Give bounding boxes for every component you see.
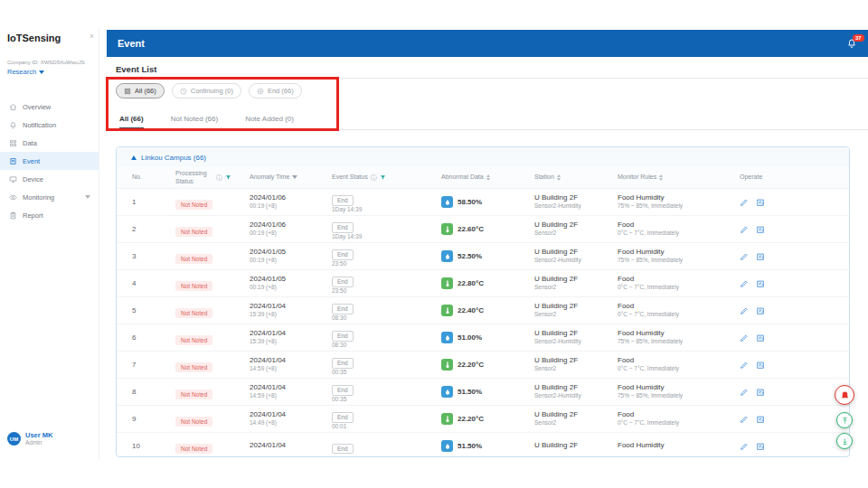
- event-duration: 23:50: [332, 287, 441, 295]
- divider: [107, 129, 868, 130]
- monitor-rule-name: Food Humidity: [618, 383, 740, 392]
- add-note-icon[interactable]: [756, 333, 765, 343]
- table-row[interactable]: 10 Not Noted 2024/01/04 End 51.50% U Bui…: [117, 433, 849, 457]
- anomaly-time: 00:19 (+8): [250, 257, 332, 264]
- sidebar-item-monitoring[interactable]: Monitoring: [0, 188, 99, 206]
- processing-status-badge: Not Noted: [175, 308, 212, 318]
- add-note-icon[interactable]: [756, 361, 765, 370]
- table-row[interactable]: 3 Not Noted 2024/01/05 00:19 (+8) End 23…: [117, 243, 849, 270]
- sidebar-close-icon[interactable]: ×: [90, 32, 94, 41]
- collapse-caret-icon[interactable]: [131, 155, 137, 160]
- edit-pencil-icon[interactable]: [740, 415, 749, 424]
- group-header[interactable]: Linkou Campus (66): [117, 147, 849, 167]
- monitor-rule-name: Food: [618, 221, 740, 230]
- station-name: U Building 2F: [534, 302, 618, 311]
- station-name: U Building 2F: [534, 275, 618, 284]
- sidebar-item-report[interactable]: Report: [0, 206, 99, 224]
- edit-pencil-icon[interactable]: [740, 279, 749, 288]
- table-header-row: No. Processing Status ⓘ Anomaly Time Eve…: [117, 167, 849, 189]
- table-row[interactable]: 1 Not Noted 2024/01/06 00:19 (+8) End 1D…: [117, 189, 849, 216]
- sidebar-item-label: Report: [23, 211, 43, 220]
- col-anomaly-time: Anomaly Time: [250, 174, 289, 181]
- sidebar-item-device[interactable]: Device: [0, 170, 99, 188]
- edit-pencil-icon[interactable]: [740, 442, 749, 451]
- sidebar-item-overview[interactable]: Overview: [0, 98, 99, 116]
- sort-caret-icon[interactable]: [292, 175, 297, 179]
- monitor-rule-name: Food: [618, 410, 740, 419]
- bell-icon: [9, 121, 17, 129]
- notification-bell-button[interactable]: 37: [846, 38, 857, 49]
- abnormal-value: 22.80°C: [458, 279, 484, 287]
- col-processing-status: Processing Status: [175, 170, 213, 184]
- abnormal-value-icon: [441, 413, 453, 425]
- edit-pencil-icon[interactable]: [740, 198, 749, 207]
- monitor-rule-detail: 0°C ~ 7°C, Immediately: [618, 284, 740, 291]
- scroll-to-top-button[interactable]: [836, 412, 853, 428]
- col-station: Station: [534, 174, 554, 181]
- table-row[interactable]: 7 Not Noted 2024/01/04 14:59 (+8) End 00…: [117, 352, 849, 379]
- sort-icon[interactable]: [557, 174, 561, 181]
- table-row[interactable]: 6 Not Noted 2024/01/04 15:39 (+8) End 08…: [117, 324, 849, 352]
- add-note-icon[interactable]: [756, 252, 765, 261]
- droplet-icon: [444, 443, 451, 450]
- tab-not-noted[interactable]: Not Noted (66): [171, 108, 218, 129]
- abnormal-value-icon: [441, 223, 453, 235]
- sidebar-item-label: Monitoring: [23, 193, 54, 202]
- sidebar-item-notification[interactable]: Notification: [0, 116, 99, 134]
- edit-pencil-icon[interactable]: [740, 306, 749, 315]
- anomaly-date: 2024/01/04: [250, 302, 332, 311]
- add-note-icon[interactable]: [756, 442, 765, 451]
- add-note-icon[interactable]: [756, 225, 765, 234]
- station-sensor: Sensor2: [534, 365, 618, 372]
- sidebar-item-data[interactable]: Data: [0, 134, 99, 152]
- tab-note-added[interactable]: Note Added (0): [245, 108, 294, 129]
- user-block[interactable]: UM User MK Admin: [7, 431, 52, 446]
- add-note-icon[interactable]: [756, 306, 765, 315]
- abnormal-value-icon: [441, 196, 453, 208]
- grid-icon: [124, 88, 131, 95]
- tab-all[interactable]: All (66): [119, 108, 144, 129]
- edit-pencil-icon[interactable]: [740, 252, 749, 261]
- filter-chip-label: Continuing (0): [191, 87, 233, 95]
- sidebar-item-event[interactable]: Event: [0, 152, 99, 170]
- edit-pencil-icon[interactable]: [740, 225, 749, 234]
- info-icon: ⓘ: [216, 174, 222, 183]
- sort-icon[interactable]: [659, 174, 663, 181]
- table-row[interactable]: 9 Not Noted 2024/01/04 14:49 (+8) End 00…: [117, 406, 849, 433]
- station-name: U Building 2F: [534, 441, 618, 450]
- add-note-icon[interactable]: [756, 388, 765, 397]
- filter-chip-continuing[interactable]: Continuing (0): [172, 83, 241, 99]
- anomaly-date: 2024/01/05: [250, 248, 332, 257]
- note-tabs: All (66) Not Noted (66) Note Added (0): [119, 108, 294, 129]
- monitor-rule-detail: 0°C ~ 7°C, Immediately: [618, 230, 740, 237]
- add-note-icon[interactable]: [756, 198, 765, 207]
- filter-chip-all[interactable]: All (66): [116, 83, 165, 99]
- table-row[interactable]: 4 Not Noted 2024/01/05 00:19 (+8) End 23…: [117, 270, 849, 297]
- anomaly-time: 14:49 (+8): [250, 419, 332, 427]
- filter-chip-end[interactable]: End (66): [249, 83, 302, 99]
- table-row[interactable]: 2 Not Noted 2024/01/06 00:19 (+8) End 1D…: [117, 216, 849, 243]
- alarm-fab-button[interactable]: [835, 385, 854, 405]
- sort-icon[interactable]: [486, 174, 490, 181]
- sidebar-item-label: Device: [23, 175, 43, 183]
- anomaly-time: 14:59 (+8): [250, 392, 332, 399]
- col-operate: Operate: [740, 174, 762, 181]
- processing-status-badge: Not Noted: [175, 417, 212, 427]
- edit-pencil-icon[interactable]: [740, 388, 749, 397]
- scroll-to-bottom-button[interactable]: [836, 433, 853, 449]
- add-note-icon[interactable]: [756, 279, 765, 288]
- station-sensor: Sensor2-Humidity: [534, 202, 618, 210]
- monitor-rule-detail: 0°C ~ 7°C, Immediately: [618, 311, 740, 318]
- filter-funnel-icon[interactable]: [380, 174, 386, 181]
- anomaly-time: 00:19 (+8): [250, 284, 332, 291]
- edit-pencil-icon[interactable]: [740, 333, 749, 343]
- monitor-rule-name: Food Humidity: [618, 441, 740, 450]
- filter-funnel-icon[interactable]: [225, 174, 231, 181]
- table-row[interactable]: 5 Not Noted 2024/01/04 15:39 (+8) End 08…: [117, 297, 849, 324]
- org-selector[interactable]: Research: [7, 68, 44, 76]
- col-monitor-rules: Monitor Rules: [618, 174, 656, 181]
- table-row[interactable]: 8 Not Noted 2024/01/04 14:59 (+8) End 00…: [117, 379, 849, 406]
- monitor-rule-name: Food Humidity: [618, 248, 740, 257]
- add-note-icon[interactable]: [756, 415, 765, 424]
- edit-pencil-icon[interactable]: [740, 361, 749, 370]
